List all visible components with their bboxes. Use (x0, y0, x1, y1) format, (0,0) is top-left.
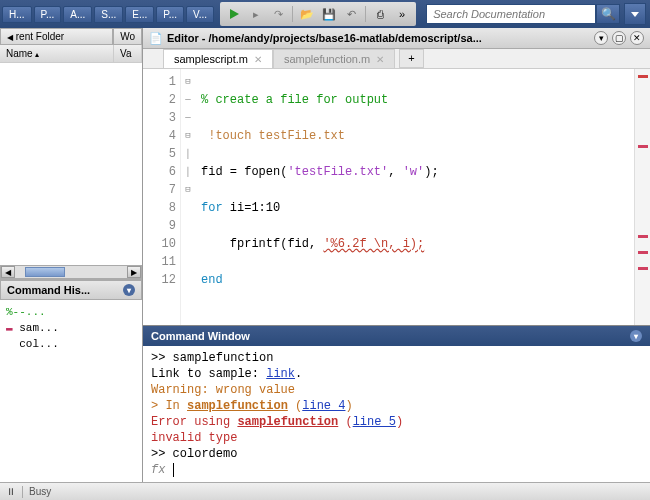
folder-list (0, 63, 142, 265)
command-history-body: %--... ▬ sam... col... (0, 300, 142, 356)
close-tab-icon[interactable]: ✕ (376, 54, 384, 65)
tab-samplefunction[interactable]: samplefunction.m✕ (273, 49, 395, 68)
search-button[interactable]: 🔍 (596, 4, 620, 24)
status-text: Busy (29, 486, 51, 497)
new-tab-button[interactable]: + (399, 49, 423, 68)
toolstrip-tab[interactable]: A... (63, 6, 92, 23)
editor-icon: 📄 (149, 32, 163, 45)
open-icon[interactable]: 📂 (299, 6, 315, 22)
print-icon[interactable]: ⎙ (372, 6, 388, 22)
panel-menu-icon[interactable]: ▾ (123, 284, 135, 296)
step-over-icon[interactable]: ↷ (270, 6, 286, 22)
line-gutter: 123456789101112 (143, 69, 181, 325)
scroll-left-icon[interactable]: ◀ (1, 266, 15, 278)
svg-marker-0 (230, 9, 239, 19)
toolstrip-tab[interactable]: S... (94, 6, 123, 23)
link-line[interactable]: line 5 (353, 415, 396, 429)
search-container: 🔍 (426, 4, 620, 24)
save-icon[interactable]: 💾 (321, 6, 337, 22)
marker[interactable] (638, 267, 648, 270)
panel-menu-icon[interactable]: ▾ (594, 31, 608, 45)
run-icon[interactable] (226, 6, 242, 22)
close-icon[interactable]: ✕ (630, 31, 644, 45)
error-marker[interactable] (638, 75, 648, 78)
tab-samplescript[interactable]: samplescript.m✕ (163, 49, 273, 68)
toolstrip-tab[interactable]: E... (125, 6, 154, 23)
panel-menu-icon[interactable]: ▾ (630, 330, 642, 342)
search-input[interactable] (426, 4, 596, 24)
value-column[interactable]: Va (114, 45, 142, 62)
editor-titlebar: 📄 Editor - /home/andy/projects/base16-ma… (143, 28, 650, 49)
run-toolbar: ▸ ↷ 📂 💾 ↶ ⎙ » (220, 2, 416, 26)
link-function[interactable]: samplefunction (237, 415, 338, 429)
fold-column: ⊟——⊟││ ⊟ (181, 69, 195, 325)
history-item[interactable]: ▬ sam... (6, 320, 136, 336)
marker[interactable] (638, 145, 648, 148)
horizontal-scrollbar[interactable]: ◀ ▶ (0, 265, 142, 279)
message-bar (634, 69, 650, 325)
link-function[interactable]: samplefunction (187, 399, 288, 413)
toolstrip-tab[interactable]: P... (34, 6, 62, 23)
close-tab-icon[interactable]: ✕ (254, 54, 262, 65)
left-sidebar: ◀ rent Folder Wo Name ▴ Va ◀ ▶ Command H… (0, 28, 143, 482)
current-folder-tab[interactable]: ◀ rent Folder (0, 28, 113, 45)
menu-dropdown-icon[interactable] (624, 3, 646, 25)
top-toolbar: H...P...A...S...E...P...V... ▸ ↷ 📂 💾 ↶ ⎙… (0, 0, 650, 28)
link-line[interactable]: line 4 (302, 399, 345, 413)
workspace-tab[interactable]: Wo (113, 28, 142, 45)
file-tabs: samplescript.m✕ samplefunction.m✕ + (143, 49, 650, 69)
status-indicator-icon: ⏸ (6, 486, 16, 497)
prompt-icon: fx (151, 463, 165, 477)
svg-marker-1 (631, 12, 639, 17)
marker[interactable] (638, 235, 648, 238)
history-item[interactable]: %--... (6, 304, 136, 320)
toolstrip-tab[interactable]: H... (2, 6, 32, 23)
more-icon[interactable]: » (394, 6, 410, 22)
maximize-icon[interactable]: ▢ (612, 31, 626, 45)
command-window-body[interactable]: >> samplefunction Link to sample: link. … (143, 346, 650, 482)
scroll-right-icon[interactable]: ▶ (127, 266, 141, 278)
editor-body[interactable]: 123456789101112 ⊟——⊟││ ⊟ % create a file… (143, 69, 650, 325)
step-icon[interactable]: ▸ (248, 6, 264, 22)
command-history-panel: Command His... ▾ %--... ▬ sam... col... (0, 279, 142, 482)
name-column[interactable]: Name ▴ (0, 45, 114, 62)
command-history-title: Command His... ▾ (0, 280, 142, 300)
folder-list-header: Name ▴ Va (0, 45, 142, 63)
editor-title: Editor - /home/andy/projects/base16-matl… (167, 32, 590, 44)
command-window-panel: Command Window ▾ >> samplefunction Link … (143, 325, 650, 482)
history-item[interactable]: col... (6, 336, 136, 352)
scroll-thumb[interactable] (25, 267, 65, 277)
marker[interactable] (638, 251, 648, 254)
command-window-title: Command Window ▾ (143, 326, 650, 346)
status-bar: ⏸ Busy (0, 482, 650, 500)
toolstrip-tab[interactable]: V... (186, 6, 214, 23)
link[interactable]: link (266, 367, 295, 381)
toolstrip-tab[interactable]: P... (156, 6, 184, 23)
undo-icon[interactable]: ↶ (343, 6, 359, 22)
code-area[interactable]: % create a file for output !touch testFi… (195, 69, 650, 325)
